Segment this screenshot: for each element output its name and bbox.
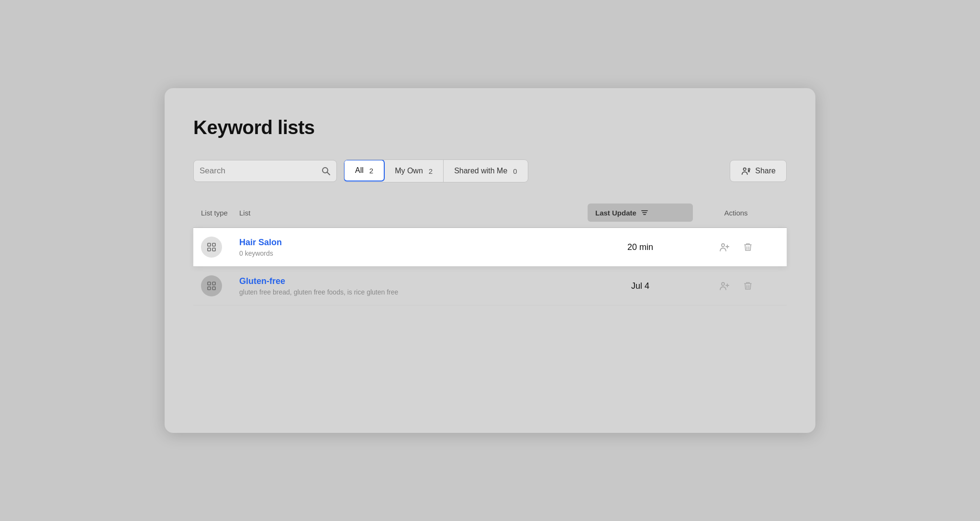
trash-icon — [743, 281, 753, 291]
col-last-update-label: Last Update — [595, 209, 636, 217]
share-button[interactable]: Share — [730, 160, 787, 182]
filter-all[interactable]: All 2 — [344, 159, 385, 181]
delete-item-button[interactable] — [741, 240, 755, 254]
filter-my-own[interactable]: My Own 2 — [384, 160, 444, 182]
svg-rect-7 — [208, 243, 211, 246]
filter-group: All 2 My Own 2 Shared with Me 0 — [344, 159, 528, 182]
toolbar: All 2 My Own 2 Shared with Me 0 Share — [193, 159, 787, 182]
add-person-icon — [719, 280, 730, 292]
col-list: List — [239, 209, 588, 217]
row-icon-wrap — [201, 275, 239, 296]
last-update-value: Jul 4 — [588, 281, 693, 291]
svg-point-3 — [748, 169, 750, 170]
col-actions: Actions — [693, 209, 779, 217]
share-label: Share — [755, 167, 776, 175]
col-last-update: Last Update — [588, 204, 693, 222]
svg-rect-10 — [212, 248, 215, 251]
share-people-icon — [741, 166, 751, 176]
svg-rect-16 — [208, 287, 211, 290]
filter-shared-label: Shared with Me — [454, 167, 507, 175]
filter-shared-with-me[interactable]: Shared with Me 0 — [444, 160, 528, 182]
list-name[interactable]: Hair Salon — [239, 238, 588, 248]
filter-all-count: 2 — [369, 167, 373, 175]
search-wrapper — [193, 160, 337, 182]
row-info: Gluten-free gluten free bread, gluten fr… — [239, 276, 588, 296]
list-sub: 0 keywords — [239, 249, 588, 257]
svg-rect-9 — [208, 248, 211, 251]
svg-point-2 — [744, 168, 746, 171]
row-icon-wrap — [201, 237, 239, 258]
actions-cell — [693, 278, 779, 294]
row-info: Hair Salon 0 keywords — [239, 238, 588, 257]
share-item-button[interactable] — [717, 239, 732, 255]
table-header: List type List Last Update Actions — [193, 198, 787, 228]
grid-icon — [206, 242, 217, 252]
search-button[interactable] — [321, 166, 331, 176]
svg-point-18 — [722, 283, 724, 285]
svg-rect-15 — [212, 282, 215, 285]
delete-item-button[interactable] — [741, 279, 755, 293]
svg-point-11 — [722, 244, 724, 247]
search-icon — [321, 166, 331, 176]
col-list-type: List type — [201, 209, 239, 217]
trash-icon — [743, 242, 753, 252]
add-person-icon — [719, 241, 730, 253]
svg-rect-14 — [208, 282, 211, 285]
svg-line-1 — [327, 172, 330, 175]
svg-rect-17 — [212, 287, 215, 290]
list-sub: gluten free bread, gluten free foods, is… — [239, 288, 588, 296]
table-row: Gluten-free gluten free bread, gluten fr… — [193, 267, 787, 306]
list-type-icon — [201, 237, 222, 258]
list-type-icon — [201, 275, 222, 296]
table-row: Hair Salon 0 keywords 20 min — [193, 228, 787, 267]
sort-icon — [640, 208, 649, 217]
filter-my-own-label: My Own — [395, 167, 423, 175]
grid-icon — [206, 281, 217, 291]
share-item-button[interactable] — [717, 278, 732, 294]
list-name[interactable]: Gluten-free — [239, 276, 588, 286]
table: List type List Last Update Actions — [193, 198, 787, 306]
actions-cell — [693, 239, 779, 255]
main-container: Keyword lists All 2 My Own 2 Shared with… — [165, 88, 815, 433]
filter-shared-count: 0 — [513, 167, 517, 175]
filter-my-own-count: 2 — [429, 167, 433, 175]
svg-rect-8 — [212, 243, 215, 246]
page-title: Keyword lists — [193, 117, 787, 138]
last-update-value: 20 min — [588, 242, 693, 252]
search-input[interactable] — [200, 166, 321, 176]
filter-all-label: All — [355, 166, 364, 175]
